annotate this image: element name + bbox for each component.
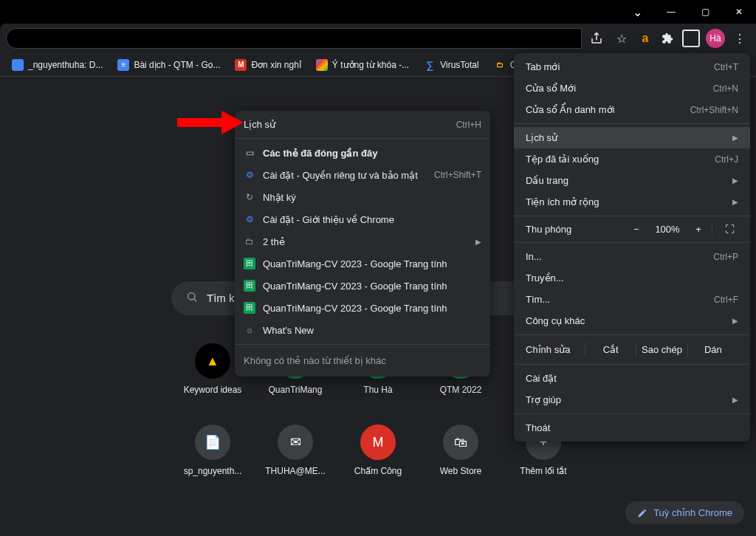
bookmark-item[interactable]: _nguyenthuha: D...	[6, 56, 109, 74]
annotation-arrow	[177, 109, 244, 139]
submenu-item[interactable]: 田QuanTriMang-CV 2023 - Google Trang tính	[235, 297, 490, 319]
sheets-icon: 田	[244, 302, 255, 314]
shortcut-item[interactable]: 🛍Web Store	[419, 417, 502, 498]
shortcut-label: Web Store	[440, 466, 481, 476]
chrome-menu-button[interactable]: ⋮	[729, 28, 750, 49]
shortcut-label: sp_nguyenth...	[184, 466, 242, 476]
m-icon: M	[360, 425, 396, 460]
customize-label: Tuỳ chỉnh Chrome	[653, 507, 732, 518]
bookmark-star-icon[interactable]: ☆	[611, 28, 632, 49]
zoom-out-button[interactable]: −	[623, 224, 650, 235]
submenu-footer: Không có thẻ nào từ thiết bị khác	[235, 348, 490, 374]
menu-separator	[514, 123, 750, 124]
menu-separator	[514, 413, 750, 414]
menu-incognito[interactable]: Cửa sổ Ẩn danh mớiCtrl+Shift+N	[514, 99, 750, 120]
shortcut-label: QuanTriMang	[269, 385, 323, 395]
svg-marker-2	[221, 111, 244, 134]
doc-icon	[12, 59, 24, 71]
menu-bookmarks[interactable]: Dấu trang▶	[514, 170, 750, 191]
tab-search-caret[interactable]: ⌄	[620, 0, 654, 24]
search-icon	[186, 291, 198, 306]
shortcut-item[interactable]: MChấm Công	[337, 417, 419, 498]
submenu-history[interactable]: Lịch sử Ctrl+H	[235, 114, 490, 135]
submenu-item[interactable]: ↻Nhật ký	[235, 186, 490, 208]
menu-downloads[interactable]: Tệp đã tải xuốngCtrl+J	[514, 148, 750, 170]
ads-icon: ▲	[195, 343, 230, 379]
shortcut-label: Thu Hà	[363, 385, 392, 395]
shortcut-label: Thêm lối tắt	[520, 466, 566, 476]
gear-icon: ⚙	[244, 213, 255, 225]
bookmark-item[interactable]: ≡Bài dịch - QTM - Go...	[111, 56, 226, 74]
shortcut-label: Chấm Công	[354, 466, 402, 476]
page-icon: 📄	[195, 425, 230, 460]
menu-settings[interactable]: Cài đặt	[514, 368, 750, 389]
virustotal-icon: ∑	[424, 59, 436, 71]
submenu-item[interactable]: ☼What's New	[235, 319, 490, 341]
zoom-label: Thu phóng	[526, 224, 623, 235]
menu-help[interactable]: Trợ giúp▶	[514, 389, 750, 410]
shortcut-item[interactable]: 📄sp_nguyenth...	[171, 417, 254, 498]
extension-a-icon[interactable]: a	[636, 30, 654, 47]
profile-avatar[interactable]: Hà	[706, 29, 725, 48]
m-icon: M	[235, 59, 247, 71]
menu-exit[interactable]: Thoát	[514, 417, 750, 439]
folder-icon: 🗀	[244, 236, 255, 247]
zoom-in-button[interactable]: +	[685, 224, 712, 235]
extensions-icon[interactable]	[659, 30, 676, 47]
menu-find[interactable]: Tìm...Ctrl+F	[514, 289, 750, 310]
customize-chrome-button[interactable]: Tuỳ chỉnh Chrome	[625, 501, 744, 524]
cut-button[interactable]: Cắt	[585, 343, 636, 357]
window-close[interactable]: ✕	[722, 0, 756, 24]
submenu-item[interactable]: ⚙Cài đặt - Giới thiệu về Chrome	[235, 208, 490, 230]
shortcut-label: QTM 2022	[440, 385, 482, 395]
window-icon: ▭	[244, 147, 255, 159]
bookmark-item[interactable]: ∑VirusTotal	[418, 56, 484, 74]
sparkle-icon: ☼	[244, 324, 255, 336]
chevron-right-icon: ▶	[732, 176, 738, 185]
menu-separator	[514, 242, 750, 243]
paste-button[interactable]: Dán	[687, 343, 738, 357]
menu-separator	[235, 344, 490, 345]
bookmark-item[interactable]: Ý tưởng từ khóa -...	[310, 56, 415, 74]
menu-new-window[interactable]: Cửa sổ MớiCtrl+N	[514, 78, 750, 99]
sheets-icon: 田	[244, 280, 255, 292]
copy-button[interactable]: Sao chép	[636, 343, 687, 357]
menu-separator	[514, 334, 750, 335]
submenu-item[interactable]: ⚙Cài đặt - Quyền riêng tư và bảo mậtCtrl…	[235, 164, 490, 186]
toolbar: ☆ a Hà ⋮	[0, 24, 756, 53]
bookmark-item[interactable]: MĐơn xin nghỉ	[229, 56, 306, 74]
fullscreen-button[interactable]: ⛶	[712, 224, 738, 235]
menu-more-tools[interactable]: Công cụ khác▶	[514, 310, 750, 331]
menu-print[interactable]: In...Ctrl+P	[514, 246, 750, 267]
history-icon: ↻	[244, 191, 255, 203]
menu-separator	[235, 138, 490, 139]
menu-history[interactable]: Lịch sử▶	[514, 127, 750, 148]
submenu-item[interactable]: 田QuanTriMang-CV 2023 - Google Trang tính	[235, 275, 490, 297]
chevron-right-icon: ▶	[732, 317, 738, 325]
shortcut-label: Keyword ideas	[184, 385, 242, 395]
window-minimize[interactable]: —	[654, 0, 688, 24]
gear-icon: ⚙	[244, 169, 255, 181]
doc-icon: ≡	[117, 59, 129, 71]
menu-new-tab[interactable]: Tab mớiCtrl+T	[514, 56, 750, 78]
menu-cast[interactable]: Truyền...	[514, 267, 750, 289]
bookmark-label: VirusTotal	[440, 60, 478, 70]
zoom-value: 100%	[650, 224, 685, 235]
share-icon[interactable]	[586, 28, 607, 49]
menu-extensions[interactable]: Tiện ích mở rộng▶	[514, 191, 750, 213]
folder-icon: 🗀	[494, 59, 506, 71]
history-submenu: Lịch sử Ctrl+H ▭ Các thẻ đã đóng gần đây…	[235, 111, 490, 377]
sheets-icon: 田	[244, 258, 255, 269]
window-maximize[interactable]: ▢	[688, 0, 722, 24]
menu-zoom-row: Thu phóng − 100% + ⛶	[514, 219, 750, 239]
submenu-item[interactable]: 田QuanTriMang-CV 2023 - Google Trang tính	[235, 252, 490, 275]
submenu-item[interactable]: 🗀2 thẻ▶	[235, 230, 490, 252]
shortcut-item[interactable]: ✉THUHA@ME...	[254, 417, 337, 498]
menu-separator	[514, 216, 750, 216]
svg-point-0	[188, 293, 195, 300]
bookmark-label: Bài dịch - QTM - Go...	[134, 60, 220, 70]
address-bar[interactable]	[6, 28, 582, 49]
sidepanel-icon[interactable]	[681, 28, 701, 49]
chrome-main-menu: Tab mớiCtrl+T Cửa sổ MớiCtrl+N Cửa sổ Ẩn…	[514, 53, 750, 441]
chevron-right-icon: ▶	[475, 238, 481, 246]
